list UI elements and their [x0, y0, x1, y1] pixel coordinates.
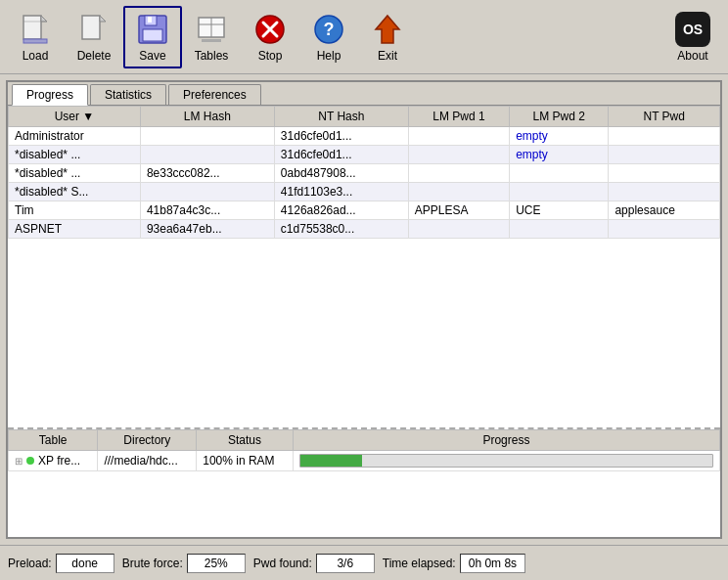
prog-directory: ///media/hdc...: [98, 451, 197, 471]
brute-force-value: 25%: [187, 554, 246, 573]
svg-marker-1: [41, 16, 47, 22]
table-cell: empty: [510, 127, 609, 146]
prog-col-status: Status: [197, 430, 294, 451]
table-row[interactable]: Administrator31d6cfe0d1...empty: [9, 127, 720, 146]
table-cell: [609, 164, 720, 183]
help-label: Help: [317, 49, 341, 63]
table-cell: 4126a826ad...: [274, 201, 408, 220]
delete-label: Delete: [77, 49, 112, 63]
about-button[interactable]: OS About: [663, 7, 722, 67]
table-cell: [510, 183, 609, 201]
results-table: User ▼ LM Hash NT Hash LM Pwd 1 LM Pwd 2…: [8, 106, 720, 239]
time-elapsed-field: Time elapsed: 0h 0m 8s: [383, 554, 525, 573]
prog-table-name: ⊞XP fre...: [9, 451, 98, 471]
col-lm-pwd2: LM Pwd 2: [510, 107, 609, 127]
empty-badge: empty: [516, 148, 548, 161]
svg-rect-0: [23, 16, 41, 39]
exit-icon: [370, 12, 405, 47]
table-cell: *disabled* S...: [9, 183, 141, 201]
tab-statistics[interactable]: Statistics: [90, 84, 166, 105]
pwd-found-label: Pwd found:: [253, 557, 312, 570]
table-cell: *disabled* ...: [9, 164, 141, 183]
svg-rect-4: [82, 16, 100, 39]
table-cell: ASPNET: [9, 220, 141, 239]
load-button[interactable]: Load: [6, 7, 65, 67]
table-row[interactable]: *disabled* ...31d6cfe0d1...empty: [9, 146, 720, 164]
delete-button[interactable]: Delete: [65, 7, 123, 67]
col-lm-hash: LM Hash: [140, 107, 274, 127]
preload-field: Preload: done: [8, 554, 114, 573]
table-row[interactable]: ASPNET93ea6a47eb...c1d75538c0...: [9, 220, 720, 239]
main-area: Progress Statistics Preferences User ▼ L…: [0, 74, 728, 545]
pwd-found-value: 3/6: [316, 554, 375, 573]
table-cell: [140, 183, 274, 201]
table-cell: 31d6cfe0d1...: [274, 146, 408, 164]
table-cell: [408, 146, 509, 164]
brute-force-field: Brute force: 25%: [122, 554, 246, 573]
table-cell: [510, 164, 609, 183]
svg-rect-9: [148, 17, 152, 22]
tab-preferences[interactable]: Preferences: [168, 84, 261, 105]
save-label: Save: [139, 49, 165, 63]
progress-row[interactable]: ⊞XP fre...///media/hdc...100% in RAM: [9, 451, 720, 471]
table-cell: [408, 164, 509, 183]
exit-button[interactable]: Exit: [358, 7, 417, 67]
table-cell: *disabled* ...: [9, 146, 141, 164]
table-cell: c1d75538c0...: [274, 220, 408, 239]
table-cell: empty: [510, 146, 609, 164]
stop-button[interactable]: Stop: [241, 7, 299, 67]
prog-progress-cell: [293, 451, 719, 471]
table-cell: [408, 220, 509, 239]
table-cell: [609, 183, 720, 201]
progress-table: Table Directory Status Progress ⊞XP fre.…: [8, 429, 720, 471]
tab-panel: Progress Statistics Preferences User ▼ L…: [6, 80, 722, 539]
svg-rect-13: [202, 39, 221, 42]
table-cell: [408, 183, 509, 201]
progress-section: Table Directory Status Progress ⊞XP fre.…: [8, 429, 720, 537]
table-cell: applesauce: [609, 201, 720, 220]
results-section: User ▼ LM Hash NT Hash LM Pwd 1 LM Pwd 2…: [8, 106, 720, 429]
about-icon: OS: [675, 12, 710, 47]
col-user[interactable]: User ▼: [9, 107, 141, 127]
stop-label: Stop: [258, 49, 283, 63]
table-cell: 8e33ccc082...: [140, 164, 274, 183]
preload-label: Preload:: [8, 557, 52, 570]
table-cell: Administrator: [9, 127, 141, 146]
save-button[interactable]: Save: [123, 6, 182, 68]
time-elapsed-value: 0h 0m 8s: [460, 554, 525, 573]
table-cell: 41fd1103e3...: [274, 183, 408, 201]
status-dot: [26, 457, 34, 465]
svg-rect-8: [143, 29, 162, 41]
load-label: Load: [23, 49, 49, 63]
time-elapsed-label: Time elapsed:: [383, 557, 456, 570]
table-cell: [609, 146, 720, 164]
progress-bar-inner: [300, 455, 362, 467]
expand-icon[interactable]: ⊞: [15, 456, 23, 467]
prog-col-table: Table: [9, 430, 98, 451]
table-row[interactable]: *disabled* ...8e33ccc082...0abd487908...: [9, 164, 720, 183]
col-nt-pwd: NT Pwd: [609, 107, 720, 127]
toolbar: Load Delete Save Tables Stop ? Help: [0, 0, 728, 74]
tab-bar: Progress Statistics Preferences: [8, 82, 720, 106]
table-cell: UCE: [510, 201, 609, 220]
tables-button[interactable]: Tables: [182, 7, 241, 67]
table-cell: [609, 127, 720, 146]
table-cell: 93ea6a47eb...: [140, 220, 274, 239]
table-row[interactable]: *disabled* S...41fd1103e3...: [9, 183, 720, 201]
table-cell: 31d6cfe0d1...: [274, 127, 408, 146]
tab-progress[interactable]: Progress: [12, 84, 88, 106]
table-row[interactable]: Tim41b87a4c3c...4126a826ad...APPLESAUCEa…: [9, 201, 720, 220]
svg-text:?: ?: [324, 20, 335, 39]
exit-label: Exit: [378, 49, 397, 63]
svg-marker-19: [376, 16, 399, 43]
help-button[interactable]: ? Help: [299, 7, 358, 67]
save-icon: [135, 12, 170, 47]
table-cell: 0abd487908...: [274, 164, 408, 183]
col-nt-hash: NT Hash: [274, 107, 408, 127]
empty-badge: empty: [516, 129, 548, 143]
table-cell: [609, 220, 720, 239]
table-cell: [510, 220, 609, 239]
tables-icon: [194, 12, 229, 47]
table-cell: [140, 146, 274, 164]
svg-marker-5: [100, 16, 106, 22]
